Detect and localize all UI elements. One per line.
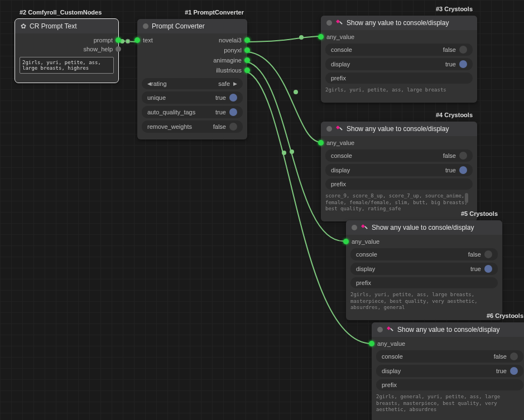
- brush-icon: [335, 125, 343, 133]
- node-title-bar[interactable]: ✿ CR Prompt Text: [15, 19, 118, 33]
- svg-point-5: [282, 151, 286, 155]
- output-text: score_9, score_8_up, score_7_up, source_…: [325, 193, 473, 213]
- toggle-icon[interactable]: [484, 250, 492, 258]
- node-tag: #1 PromptConverter: [185, 9, 244, 16]
- status-dot-icon: [326, 126, 332, 132]
- gear-icon: ✿: [21, 22, 26, 30]
- node-title-bar[interactable]: Show any value to console/display: [372, 322, 524, 337]
- output-text: 2girls, yuri, petite, ass, large breasts: [325, 87, 473, 94]
- port-output[interactable]: [116, 37, 121, 43]
- brush-icon: [335, 19, 343, 27]
- input-any-value[interactable]: any_value: [346, 237, 502, 246]
- port-output[interactable]: [244, 57, 250, 63]
- node-title-bar[interactable]: Show any value to console/display: [321, 16, 477, 30]
- brush-icon: [386, 326, 394, 334]
- brush-icon: [360, 224, 368, 231]
- widget-display[interactable]: display true: [376, 365, 523, 377]
- toggle-icon[interactable]: [510, 353, 518, 360]
- output-text: 2girls, general, yuri, petite, ass, larg…: [376, 394, 523, 413]
- node-show-value[interactable]: #5 Crystools Show any value to console/d…: [346, 220, 502, 320]
- status-dot-icon: [143, 23, 148, 29]
- output-animagine[interactable]: animagine: [208, 56, 247, 65]
- node-prompt-converter[interactable]: #1 PromptConverter Prompt Converter text…: [137, 19, 247, 139]
- node-cr-prompt-text[interactable]: #2 Comfyroll_CustomNodes ✿ CR Prompt Tex…: [15, 19, 118, 83]
- toggle-icon[interactable]: [229, 94, 237, 102]
- widget-console[interactable]: console false: [325, 44, 473, 56]
- widget-display[interactable]: display true: [350, 263, 498, 275]
- port-output[interactable]: [116, 46, 121, 52]
- svg-point-4: [290, 149, 294, 154]
- port-input[interactable]: [318, 140, 324, 146]
- output-prompt[interactable]: prompt: [15, 36, 118, 45]
- status-dot-icon: [352, 225, 357, 230]
- widget-display[interactable]: display true: [325, 164, 473, 176]
- port-output[interactable]: [244, 47, 250, 53]
- node-title: Show any value to console/display: [347, 125, 449, 133]
- prompt-textarea[interactable]: 2girls, yuri, petite, ass, large breasts…: [20, 57, 114, 74]
- toggle-icon[interactable]: [510, 367, 518, 375]
- output-show-help[interactable]: show_help: [15, 45, 118, 54]
- widget-unique[interactable]: unique true: [142, 91, 243, 104]
- node-title-bar[interactable]: Show any value to console/display: [321, 122, 477, 136]
- input-any-value[interactable]: any_value: [372, 339, 524, 348]
- input-any-value[interactable]: any_value: [321, 32, 477, 41]
- widget-prefix[interactable]: prefix: [325, 73, 473, 84]
- output-ponyxl[interactable]: ponyxl: [218, 46, 247, 55]
- widget-console[interactable]: console false: [376, 350, 523, 363]
- node-tag: #6 Crystools: [487, 312, 523, 319]
- node-tag: #3 Crystools: [436, 6, 473, 12]
- toggle-icon[interactable]: [459, 166, 467, 174]
- toggle-icon[interactable]: [484, 265, 492, 273]
- node-title: Show any value to console/display: [397, 326, 499, 334]
- node-show-value[interactable]: #3 Crystools Show any value to console/d…: [321, 16, 477, 103]
- status-dot-icon: [326, 20, 332, 26]
- scrollbar[interactable]: [465, 193, 468, 203]
- widget-display[interactable]: display true: [325, 58, 473, 70]
- widget-rating[interactable]: ◀ rating safe ▶: [142, 78, 243, 89]
- port-input[interactable]: [318, 34, 324, 40]
- output-novelai3[interactable]: novelai3: [213, 36, 247, 45]
- node-title-bar[interactable]: Show any value to console/display: [346, 220, 502, 235]
- input-text[interactable]: text: [137, 36, 158, 45]
- toggle-icon[interactable]: [229, 123, 237, 131]
- port-output[interactable]: [244, 67, 250, 73]
- port-input[interactable]: [134, 37, 140, 43]
- svg-point-2: [299, 35, 304, 40]
- toggle-icon[interactable]: [229, 108, 237, 116]
- node-title: Show any value to console/display: [347, 19, 449, 27]
- node-tag: #4 Crystools: [436, 112, 473, 118]
- svg-point-1: [126, 39, 130, 44]
- chevron-left-icon[interactable]: ◀: [147, 81, 151, 86]
- output-text: 2girls, yuri, petite, ass, large breasts…: [350, 292, 498, 311]
- port-output[interactable]: [244, 37, 250, 43]
- node-title: CR Prompt Text: [30, 22, 76, 30]
- output-illustrious[interactable]: illustrious: [210, 66, 247, 75]
- widget-auto-quality-tags[interactable]: auto_quality_tags true: [142, 106, 243, 118]
- node-title: Show any value to console/display: [372, 224, 474, 231]
- node-title-bar[interactable]: Prompt Converter: [137, 19, 247, 33]
- port-input[interactable]: [343, 239, 349, 244]
- widget-prefix[interactable]: prefix: [325, 178, 473, 190]
- node-title: Prompt Converter: [152, 22, 205, 30]
- chevron-right-icon[interactable]: ▶: [233, 81, 237, 86]
- toggle-icon[interactable]: [459, 46, 467, 54]
- node-show-value[interactable]: #4 Crystools Show any value to console/d…: [321, 122, 477, 221]
- port-input[interactable]: [369, 341, 374, 346]
- widget-prefix[interactable]: prefix: [376, 379, 523, 390]
- widget-console[interactable]: console false: [325, 149, 473, 162]
- widget-prefix[interactable]: prefix: [350, 277, 498, 288]
- widget-console[interactable]: console false: [350, 248, 498, 260]
- status-dot-icon: [377, 327, 383, 332]
- input-any-value[interactable]: any_value: [321, 138, 477, 147]
- toggle-icon[interactable]: [459, 60, 467, 68]
- node-tag: #2 Comfyroll_CustomNodes: [20, 9, 102, 16]
- node-show-value[interactable]: #6 Crystools Show any value to console/d…: [372, 322, 524, 420]
- toggle-icon[interactable]: [459, 152, 467, 160]
- svg-point-3: [294, 90, 298, 94]
- node-tag: #5 Crystools: [461, 210, 498, 217]
- widget-remove-weights[interactable]: remove_weights false: [142, 120, 243, 133]
